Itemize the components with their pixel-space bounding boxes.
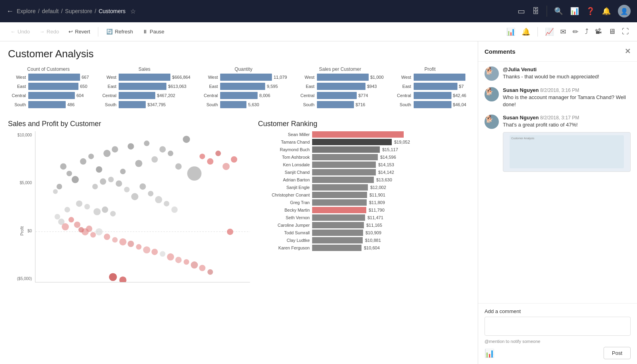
dashboard-icon[interactable]: 📈 — [543, 26, 555, 38]
ranking-bar-container: $10,909 — [312, 230, 381, 236]
breadcrumb-default[interactable]: default — [42, 8, 59, 14]
ranking-bar — [312, 169, 376, 175]
svg-point-53 — [104, 234, 110, 240]
bar-label: East — [297, 84, 315, 89]
ranking-bar-container: $11,901 — [312, 192, 385, 198]
bar-container: $716 — [317, 101, 365, 108]
bar — [414, 92, 451, 99]
svg-point-55 — [119, 238, 127, 245]
comment-actions: 📊 Post — [485, 347, 631, 359]
bar-row: West 667 — [8, 74, 89, 81]
user-avatar[interactable]: 👤 — [618, 5, 631, 18]
svg-point-37 — [171, 206, 178, 213]
email-icon[interactable]: ✉ — [559, 26, 568, 38]
share-icon[interactable]: ⤴ — [583, 26, 590, 37]
back-button[interactable]: ← — [6, 7, 14, 16]
mention-hint: @mention to notify someone — [485, 339, 631, 344]
breadcrumb-explore[interactable]: Explore — [17, 8, 35, 14]
bar-container: 5,630 — [220, 101, 259, 108]
chart-icon[interactable]: 📊 — [505, 26, 517, 38]
ranking-bar-container: $14,142 — [312, 169, 394, 175]
bar-label: South — [98, 102, 116, 107]
svg-point-41 — [223, 163, 230, 170]
refresh-button[interactable]: 🔄 Refresh — [102, 26, 137, 37]
bar-row: Central $774 — [297, 92, 384, 99]
favorite-icon[interactable]: ☆ — [130, 8, 136, 15]
bar-label: South — [200, 102, 218, 107]
database-icon[interactable]: 🗄 — [532, 7, 539, 16]
post-button[interactable]: Post — [604, 347, 631, 359]
breadcrumb-sep3: / — [95, 8, 96, 14]
screen-icon[interactable]: 🖥 — [607, 26, 617, 37]
fullscreen-icon[interactable]: ⛶ — [620, 26, 631, 37]
ranking-bar-container: $10,604 — [312, 245, 380, 251]
ranking-name: Karen Ferguson — [258, 245, 310, 250]
svg-point-13 — [144, 140, 149, 146]
comment-input[interactable] — [485, 317, 631, 336]
bar-row: West $1,000 — [297, 74, 384, 81]
bar-container: $1,000 — [317, 74, 384, 81]
comment-meta: Susan Nguyen 8/2/2018, 3:16 PM — [503, 87, 631, 93]
bar-value: $666,864 — [172, 75, 190, 80]
y-axis: $10,000 $5,000 Profit $0 ($5,000) — [8, 131, 32, 282]
revert-icon: ↩ — [68, 29, 73, 35]
svg-point-32 — [84, 204, 90, 210]
thumbnail-preview: Customer Analysis — [510, 135, 624, 168]
tablet-icon[interactable]: ▭ — [518, 6, 525, 16]
svg-point-34 — [102, 206, 108, 213]
bar-label: South — [393, 102, 411, 107]
edit-icon[interactable]: ✏ — [571, 26, 580, 38]
svg-point-29 — [155, 196, 162, 203]
metrics-icon[interactable]: 📊 — [570, 7, 579, 16]
attach-icon[interactable]: 📊 — [485, 348, 494, 358]
bar-label: East — [8, 84, 26, 89]
metric-chart: Count of Customers West 667 East 650 Cen… — [8, 66, 89, 110]
ranking-value: $11,471 — [367, 215, 383, 220]
y-tick-4: ($5,000) — [17, 276, 32, 281]
ranking-bar-container: $13,630 — [312, 177, 392, 183]
pause-button[interactable]: ⏸ Pause — [139, 26, 168, 37]
bar-container: $7 — [414, 83, 464, 90]
svg-point-10 — [120, 169, 126, 174]
ranking-bar-container: $11,165 — [312, 222, 382, 228]
close-button[interactable]: ✕ — [625, 47, 631, 56]
add-comment-section: Add a comment @mention to notify someone… — [478, 303, 637, 364]
redo-button[interactable]: → Redo — [35, 26, 63, 37]
bar-container: $943 — [317, 83, 377, 90]
svg-point-46 — [68, 217, 74, 222]
bar — [28, 83, 78, 90]
bar-row: Central 8,006 — [200, 92, 287, 99]
ranking-row: Raymond Buch $15,117 — [258, 146, 470, 153]
present-icon[interactable]: 📽 — [593, 26, 604, 37]
ranking-row: Adrian Barton $13,630 — [258, 177, 470, 183]
undo-button[interactable]: ← Undo — [6, 26, 34, 37]
ranking-bar — [312, 131, 404, 138]
metric-title: Count of Customers — [8, 66, 89, 72]
scatter-section: Sales and Profit by Customer $10,000 $5,… — [8, 120, 250, 282]
svg-point-14 — [151, 156, 158, 163]
comment-timestamp: 8/2/2018, 3:16 PM — [540, 88, 579, 93]
svg-point-38 — [199, 154, 205, 159]
comment-item: 🐕 @Julia Venuti Thanks - that would be m… — [485, 66, 631, 81]
bar-row: East 650 — [8, 83, 89, 90]
search-icon[interactable]: 🔍 — [554, 7, 563, 16]
notifications-icon[interactable]: 🔔 — [602, 7, 611, 16]
bar-label: Central — [8, 93, 26, 98]
svg-point-12 — [135, 160, 143, 167]
revert-button[interactable]: ↩ Revert — [64, 26, 94, 37]
bar-row: East $613,063 — [98, 83, 190, 90]
bar-value: $1,000 — [370, 75, 384, 80]
ranking-name: Greg Tran — [258, 200, 310, 205]
bar-row: Central $467,202 — [98, 92, 190, 99]
bar-container: 667 — [28, 74, 89, 81]
svg-point-2 — [66, 171, 72, 176]
bar-label: East — [98, 84, 116, 89]
svg-point-27 — [140, 183, 146, 190]
scatter-plot — [35, 131, 250, 282]
ranking-title: Customer Ranking — [258, 120, 470, 128]
help-icon[interactable]: ❓ — [586, 7, 595, 16]
alert-icon[interactable]: 🔔 — [520, 26, 532, 38]
bar-label: Central — [393, 93, 411, 98]
breadcrumb-superstore[interactable]: Superstore — [65, 8, 92, 14]
svg-point-45 — [62, 223, 69, 230]
